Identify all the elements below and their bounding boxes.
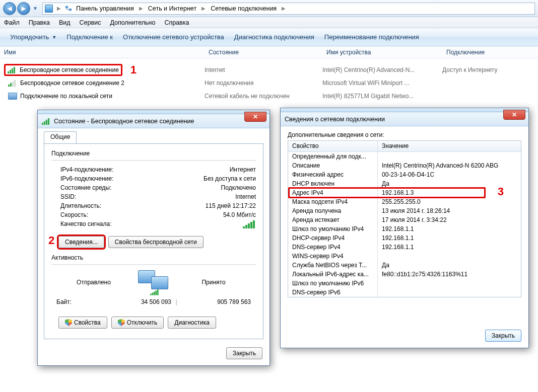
- diagnose-button[interactable]: Диагностика: [168, 317, 216, 329]
- property-name: Маска подсети IPv4: [288, 197, 378, 206]
- disable-button[interactable]: Отключить: [111, 317, 164, 329]
- property-name: DHCP-сервер IPv4: [288, 233, 378, 243]
- col-property[interactable]: Свойство: [288, 141, 378, 151]
- connection-status: Internet: [205, 66, 322, 73]
- connection-device: Microsoft Virtual WiFi Miniport ...: [322, 80, 442, 87]
- col-connectivity[interactable]: Подключение: [442, 49, 538, 56]
- property-name: Определенный для подк...: [288, 152, 378, 161]
- connection-name: Беспроводное сетевое соединение: [20, 66, 119, 73]
- property-name: DHCP включен: [288, 179, 378, 188]
- close-button[interactable]: ✕: [503, 110, 525, 120]
- disable-device-button[interactable]: Отключение сетевого устройства: [118, 31, 229, 43]
- wireless-properties-button[interactable]: Свойства беспроводной сети: [108, 236, 204, 248]
- property-value: [378, 152, 521, 161]
- col-status[interactable]: Состояние: [205, 49, 322, 56]
- menu-help[interactable]: Справка: [164, 19, 189, 26]
- property-value: Да: [378, 261, 521, 270]
- properties-button[interactable]: Свойства: [58, 317, 107, 329]
- value-bytes-recv: 905 789 563: [181, 298, 251, 305]
- chevron-right-icon: ▶: [199, 6, 208, 11]
- property-name: Локальный IPv6-адрес ка...: [288, 270, 378, 279]
- menu-service[interactable]: Сервис: [80, 19, 101, 26]
- back-button[interactable]: ◄: [3, 2, 16, 15]
- breadcrumb[interactable]: ▶ Панель управления ▶ Сеть и Интернет ▶ …: [42, 3, 535, 15]
- label-bytes: Байт:: [56, 298, 102, 305]
- close-dialog-button[interactable]: Закрыть: [485, 330, 521, 342]
- shield-icon: [118, 319, 125, 326]
- connect-to-button[interactable]: Подключение к: [61, 31, 118, 43]
- property-value: 192.168.1.1: [378, 243, 521, 252]
- connection-name: Подключение по локальной сети: [20, 93, 112, 100]
- organize-button[interactable]: Упорядочить▼: [5, 31, 61, 43]
- col-name[interactable]: Имя: [0, 49, 205, 56]
- chevron-right-icon: ▶: [137, 6, 145, 11]
- table-row[interactable]: Служба NetBIOS через T...Да: [288, 261, 521, 270]
- property-value: 255.255.255.0: [378, 197, 521, 206]
- breadcrumb-seg[interactable]: Сетевые подключения: [209, 4, 279, 13]
- label-speed: Скорость:: [60, 211, 180, 218]
- breadcrumb-seg[interactable]: Сеть и Интернет: [146, 4, 198, 13]
- menu-edit[interactable]: Правка: [29, 19, 50, 26]
- label-received: Принято: [171, 279, 256, 286]
- col-value[interactable]: Значение: [378, 141, 521, 151]
- table-row[interactable]: DHCP-сервер IPv4192.168.1.1: [288, 233, 521, 243]
- details-button[interactable]: Сведения...: [58, 236, 104, 248]
- table-row[interactable]: DNS-сервер IPv4192.168.1.1: [288, 243, 521, 252]
- value-ssid: Internet: [180, 193, 256, 200]
- forward-button[interactable]: ►: [17, 2, 30, 15]
- property-value: 17 июля 2014 г. 3:34:22: [378, 215, 521, 224]
- table-row[interactable]: ОписаниеIntel(R) Centrino(R) Advanced-N …: [288, 161, 521, 170]
- value-ipv4: Интернет: [180, 166, 256, 173]
- shield-icon: [65, 319, 72, 326]
- details-subtitle: Дополнительные сведения о сети:: [288, 131, 521, 138]
- menu-extra[interactable]: Дополнительно: [110, 19, 155, 26]
- table-row[interactable]: Шлюз по умолчанию IPv6: [288, 279, 521, 288]
- history-dropdown[interactable]: ▼: [31, 2, 39, 15]
- menu-file[interactable]: Файл: [4, 19, 20, 26]
- connection-connectivity: Доступ к Интернету: [442, 66, 538, 73]
- table-row[interactable]: Адрес IPv4192.168.1.33: [288, 188, 521, 197]
- rename-button[interactable]: Переименование подключения: [319, 31, 424, 43]
- table-row[interactable]: WINS-сервер IPv4: [288, 252, 521, 261]
- table-row[interactable]: Шлюз по умолчанию IPv4192.168.1.1: [288, 224, 521, 233]
- wifi-signal-icon: [8, 80, 17, 87]
- property-name: Описание: [288, 161, 378, 170]
- table-row[interactable]: Физический адрес00-23-14-06-D4-1C: [288, 170, 521, 179]
- connection-device: Intel(R) 82577LM Gigabit Netwo...: [322, 93, 442, 100]
- property-name: Служба NetBIOS через T...: [288, 261, 378, 270]
- dialog-titlebar[interactable]: Сведения о сетевом подключении ✕: [281, 112, 528, 126]
- property-value: 13 июля 2014 г. 18:26:14: [378, 206, 521, 215]
- label-duration: Длительность:: [60, 202, 180, 209]
- menu-bar: Файл Правка Вид Сервис Дополнительно Спр…: [0, 17, 538, 28]
- details-table: Свойство Значение Определенный для подк.…: [288, 140, 521, 297]
- table-row[interactable]: Аренда получена13 июля 2014 г. 18:26:14: [288, 206, 521, 215]
- tab-general[interactable]: Общие: [44, 131, 77, 143]
- value-speed: 54.0 Мбит/с: [180, 211, 256, 218]
- label-ipv6: IPv6-подключение:: [60, 175, 180, 182]
- table-row[interactable]: Определенный для подк...: [288, 152, 521, 161]
- close-dialog-button[interactable]: Закрыть: [226, 347, 262, 359]
- list-item[interactable]: Беспроводное сетевое соединение 2 Нет по…: [0, 76, 538, 90]
- diagnose-button[interactable]: Диагностика подключения: [229, 31, 319, 43]
- tab-panel: Подключение IPv4-подключение:Интернет IP…: [44, 143, 263, 339]
- menu-view[interactable]: Вид: [59, 19, 71, 26]
- property-value: 192.168.1.1: [378, 233, 521, 243]
- close-button[interactable]: ✕: [244, 112, 266, 122]
- breadcrumb-seg[interactable]: Панель управления: [74, 4, 136, 13]
- wifi-signal-icon: [8, 66, 17, 73]
- property-value: Intel(R) Centrino(R) Advanced-N 6200 ABG: [378, 161, 521, 170]
- label-ipv4: IPv4-подключение:: [60, 166, 180, 173]
- table-row[interactable]: Локальный IPv6-адрес ка...fe80::d1b1:2c7…: [288, 270, 521, 279]
- table-row[interactable]: Маска подсети IPv4255.255.255.0: [288, 197, 521, 206]
- list-item[interactable]: Беспроводное сетевое соединение 1 Intern…: [0, 63, 538, 76]
- table-row[interactable]: Аренда истекает17 июля 2014 г. 3:34:22: [288, 215, 521, 224]
- col-device[interactable]: Имя устройства: [322, 49, 442, 56]
- table-row[interactable]: DHCP включенДа: [288, 179, 521, 188]
- property-name: Шлюз по умолчанию IPv6: [288, 279, 378, 288]
- chevron-down-icon: ▼: [52, 35, 56, 40]
- dialog-titlebar[interactable]: Состояние - Беспроводное сетевое соедине…: [38, 114, 270, 128]
- table-row[interactable]: DNS-сервер IPv6: [288, 288, 521, 297]
- list-item[interactable]: Подключение по локальной сети Сетевой ка…: [0, 90, 538, 103]
- property-name: DNS-сервер IPv6: [288, 288, 378, 297]
- signal-bars-icon: [243, 220, 256, 228]
